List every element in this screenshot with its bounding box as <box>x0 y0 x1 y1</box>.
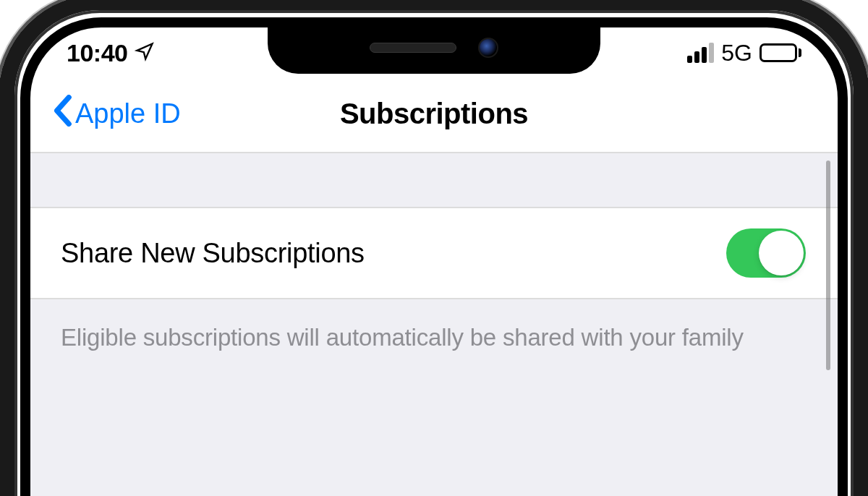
navigation-bar: Apple ID Subscriptions <box>30 75 838 153</box>
status-bar-left: 10:40 <box>67 39 155 67</box>
phone-front-camera <box>478 38 498 58</box>
phone-speaker <box>370 43 456 53</box>
share-new-subscriptions-label: Share New Subscriptions <box>61 238 365 269</box>
scroll-indicator[interactable] <box>826 161 830 370</box>
toggle-knob <box>759 231 804 275</box>
section-footer-text: Eligible subscriptions will automaticall… <box>30 299 838 376</box>
chevron-left-icon <box>52 95 72 133</box>
screen: 10:40 5G Apple ID <box>30 30 838 496</box>
status-bar-right: 5G <box>687 40 801 67</box>
back-label: Apple ID <box>75 98 181 129</box>
phone-notch <box>268 22 600 74</box>
phone-volume-button <box>0 347 3 441</box>
location-icon <box>135 39 155 67</box>
status-time: 10:40 <box>67 39 127 67</box>
phone-power-button <box>865 304 868 434</box>
section-spacer <box>30 153 838 208</box>
back-button[interactable]: Apple ID <box>52 95 181 133</box>
share-new-subscriptions-toggle[interactable] <box>726 228 806 278</box>
content-area: Share New Subscriptions Eligible subscri… <box>30 153 838 496</box>
battery-icon <box>760 43 801 62</box>
phone-mute-switch <box>0 246 3 318</box>
cellular-signal-icon <box>687 43 714 63</box>
share-new-subscriptions-row[interactable]: Share New Subscriptions <box>30 208 838 299</box>
network-type: 5G <box>721 40 752 67</box>
